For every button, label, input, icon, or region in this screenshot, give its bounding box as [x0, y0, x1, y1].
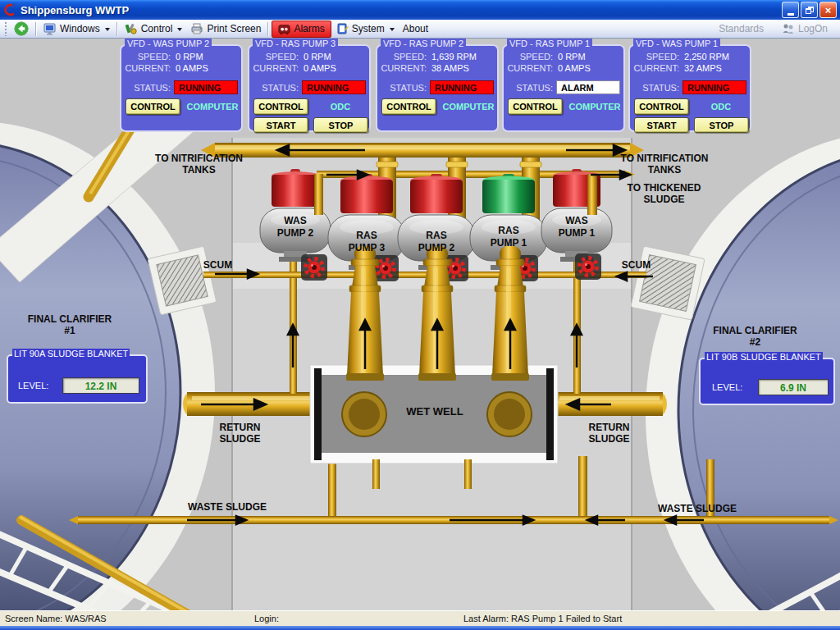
toolbar-separator — [267, 22, 269, 36]
control-mode-indicator: COMPUTER — [440, 102, 497, 112]
scum-skimmer-1 — [148, 246, 217, 315]
current-value: 38 AMPS — [431, 63, 469, 73]
control-button[interactable]: CONTROL — [508, 98, 563, 115]
wet-well-port-1 — [342, 392, 386, 436]
label-scum-right: SCUM — [614, 259, 659, 271]
toolbar-standards[interactable]: Standards — [714, 21, 768, 36]
label-pump-was-1: WAS PUMP 1 — [548, 215, 605, 240]
toolbar-alarms[interactable]: Alarms — [272, 21, 331, 38]
current-value: 32 AMPS — [684, 63, 722, 73]
label-waste-sludge-left: WASTE SLUDGE — [174, 501, 281, 513]
control-button[interactable]: CONTROL — [126, 98, 180, 115]
level-label: LEVEL: — [18, 381, 48, 390]
status-indicator: RUNNING — [302, 80, 366, 94]
toolbar-system[interactable]: System — [331, 21, 399, 37]
level-value: 6.9 IN — [758, 379, 829, 395]
start-button[interactable]: START — [253, 117, 308, 133]
speed-value: 2,250 RPM — [684, 52, 729, 62]
level-label: LEVEL: — [712, 382, 742, 392]
current-label: CURRENT: — [121, 63, 171, 73]
restore-button[interactable] — [801, 2, 818, 18]
toolbar-logon[interactable]: LogOn — [778, 21, 832, 36]
current-label: CURRENT: — [377, 63, 427, 73]
label-wet-well: WET WELL — [390, 406, 480, 418]
lit-90b-panel: LIT 90B SLUDGE BLANKET LEVEL: 6.9 IN — [699, 358, 835, 405]
valve-icon-5 — [575, 253, 601, 280]
stop-button[interactable]: STOP — [313, 117, 368, 133]
control-mode-indicator: ODC — [312, 102, 369, 112]
label-to-nitrification-right: TO NITRIFICATION TANKS — [611, 153, 718, 176]
label-to-thickened-sludge: TO THICKENED SLUDGE — [609, 182, 719, 205]
toolbar-system-label: System — [352, 23, 385, 34]
vfd-panel-title: VFD - RAS PUMP 3 — [253, 39, 338, 48]
label-pump-ras-1: RAS PUMP 1 — [480, 225, 537, 249]
speed-label: SPEED: — [504, 52, 553, 62]
vfd-panel-title: VFD - RAS PUMP 1 — [507, 39, 592, 48]
speed-label: SPEED: — [249, 52, 299, 62]
status-screen-name: Screen Name: WAS/RAS — [5, 614, 107, 623]
start-button[interactable]: START — [634, 117, 689, 133]
toolbar-print-screen-label: Print Screen — [207, 23, 261, 34]
close-button[interactable]: × — [819, 2, 837, 18]
label-final-clarifier-2: FINAL CLARIFIER #2 — [704, 325, 806, 348]
toolbar-grip[interactable] — [4, 21, 7, 36]
printer-icon — [190, 22, 203, 35]
vfd-panel-ras-pump-3: VFD - RAS PUMP 3 SPEED: 0 RPM CURRENT: 0… — [248, 44, 371, 132]
was2-riser — [314, 174, 323, 215]
title-bar: Shippensburg WWTP × — [0, 0, 840, 20]
speed-value: 0 RPM — [176, 52, 203, 62]
toolbar-control[interactable]: Control — [121, 21, 187, 37]
toolbar-print-screen[interactable]: Print Screen — [186, 21, 265, 37]
vfd-panel-title: VFD - WAS PUMP 2 — [125, 39, 212, 48]
vfd-panel-title: VFD - WAS PUMP 1 — [633, 39, 720, 48]
toolbar-windows[interactable]: Windows — [39, 21, 114, 37]
toolbar-about[interactable]: About — [399, 21, 432, 36]
windows-menu-icon — [43, 22, 57, 35]
label-pump-ras-3: RAS PUMP 3 — [338, 230, 395, 254]
status-login: Login: — [254, 614, 279, 623]
current-value: 0 AMPS — [304, 63, 336, 73]
stop-button[interactable]: STOP — [694, 117, 749, 133]
speed-value: 1,639 RPM — [431, 52, 477, 62]
vfd-panel-ras-pump-1: VFD - RAS PUMP 1 SPEED: 0 RPM CURRENT: 0… — [502, 44, 625, 132]
window-bottom-border — [0, 626, 840, 630]
system-menu-icon — [336, 22, 349, 35]
status-label: STATUS: — [377, 83, 427, 93]
status-indicator: RUNNING — [682, 80, 746, 94]
current-label: CURRENT: — [504, 63, 553, 73]
current-value: 0 AMPS — [176, 63, 208, 73]
toolbar-standards-label: Standards — [719, 23, 764, 34]
speed-value: 0 RPM — [558, 52, 586, 62]
control-button[interactable]: CONTROL — [381, 98, 436, 115]
control-button[interactable]: CONTROL — [634, 98, 689, 115]
toolbar-alarms-label: Alarms — [294, 23, 324, 34]
label-return-sludge-left: RETURN SLUDGE — [205, 422, 275, 445]
status-label: STATUS: — [121, 83, 171, 93]
speed-value: 0 RPM — [304, 52, 331, 62]
wet-well-port-2 — [487, 392, 532, 436]
speed-label: SPEED: — [630, 52, 679, 62]
control-mode-indicator: ODC — [692, 102, 750, 112]
scum-skimmer-2 — [631, 246, 705, 320]
control-mode-indicator: COMPUTER — [566, 102, 623, 112]
status-indicator: ALARM — [556, 80, 620, 94]
current-label: CURRENT: — [249, 63, 299, 73]
minimize-button[interactable] — [782, 2, 799, 18]
valve-icon-1 — [301, 254, 327, 281]
toolbar: Windows Control Print Screen Alarms — [0, 20, 840, 39]
speed-label: SPEED: — [121, 52, 171, 62]
logon-icon — [782, 23, 795, 34]
lit-90a-panel: LIT 90A SLUDGE BLANKET LEVEL: 12.2 IN — [7, 354, 148, 404]
speed-label: SPEED: — [377, 52, 427, 62]
label-scum-left: SCUM — [195, 259, 240, 271]
toolbar-separator — [116, 22, 118, 36]
control-menu-icon — [125, 22, 138, 35]
label-waste-sludge-right: WASTE SLUDGE — [644, 503, 751, 514]
status-label: STATUS: — [249, 83, 299, 93]
control-button[interactable]: CONTROL — [253, 98, 308, 115]
was1-riser — [587, 174, 597, 215]
back-button[interactable] — [10, 20, 33, 38]
status-last-alarm: Last Alarm: RAS Pump 1 Failed to Start — [463, 614, 622, 623]
label-to-nitrification-left: TO NITRIFICATION TANKS — [148, 153, 250, 176]
vfd-panel-was-pump-1: VFD - WAS PUMP 1 SPEED: 2,250 RPM CURREN… — [628, 44, 751, 132]
